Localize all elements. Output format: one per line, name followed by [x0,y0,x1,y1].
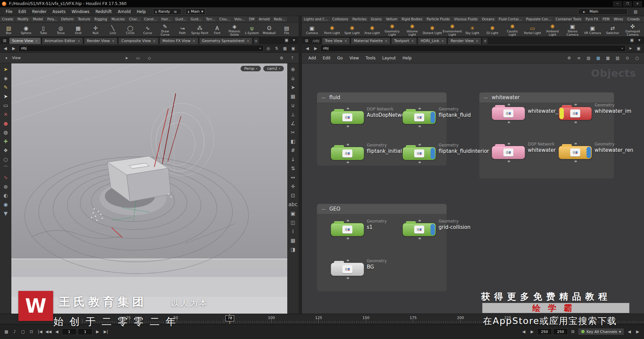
network-node[interactable]: DOP Network AutoDopNetwork [331,111,364,124]
pane-menu-icon[interactable]: ⊞ [1,37,8,44]
menu-item[interactable]: Render [29,8,49,15]
viewport-tool-icon[interactable]: ● [1,119,10,127]
shelf-tab[interactable]: Model [31,17,45,22]
menu-item[interactable]: Tools [363,55,379,61]
pane-tab[interactable]: Textport × [391,37,417,44]
shelf-tab[interactable]: Guid... [189,17,204,22]
pane-tab[interactable]: Render View × [448,37,481,44]
viewport-tool-icon[interactable]: ⌒ [1,164,10,173]
shelf-tab[interactable]: Terr... [204,17,217,22]
shelf-tab[interactable]: Grains [369,17,384,22]
close-icon[interactable]: × [411,39,414,43]
shelf-tool[interactable]: ✜ Gamepad Camera [623,23,643,36]
network-node[interactable]: DOP Network whitewater [492,146,525,159]
network-node[interactable]: whitewater_source [492,107,525,120]
network-box-titlebar[interactable]: — GEO [317,204,447,214]
network-node[interactable]: Geometry grid-collision [402,223,436,236]
node-left-flag[interactable] [493,108,497,119]
network-toolbar-icon[interactable]: ○ [633,55,641,61]
shelf-tool[interactable]: ✺ Distant Light [422,24,442,35]
shelf-tab[interactable]: Crowds [625,17,642,22]
viewport-tool-icon[interactable]: ◉ [1,200,10,209]
viewbar-icon[interactable]: ? [289,55,296,61]
menu-item[interactable]: Assets [49,8,68,15]
viewport-tool-icon[interactable]: ✎ [1,83,10,91]
playbar-option-icon[interactable]: ▢ [19,328,27,335]
play-button[interactable]: ▶ [94,328,101,335]
shelf-tab[interactable]: DM [247,17,257,22]
node-left-flag[interactable] [332,264,336,275]
menu-item[interactable]: Arnold [115,8,134,15]
path-field[interactable]: obj ▾ [18,45,264,52]
node-body[interactable] [558,107,592,120]
menu-item[interactable]: Edit [320,55,333,61]
node-body[interactable] [331,263,364,276]
close-icon[interactable]: × [385,39,387,43]
auto-key-icon[interactable]: ⊞ [569,328,577,335]
pane-control-icon[interactable]: ▾ [290,37,298,43]
range-arrow-icon[interactable]: ▶ [528,328,536,335]
viewport-tool-icon[interactable]: ∿ [1,173,10,182]
network-toolbar-icon[interactable]: ≡ [575,55,583,61]
network-toolbar-icon[interactable]: ▧ [614,55,621,61]
shelf-tool[interactable]: ▣ VR Camera [583,24,603,35]
shelf-tab[interactable]: Drive Simula... [642,17,644,22]
viewport-option-icon[interactable]: ▦ [289,92,297,100]
node-left-flag[interactable] [404,112,408,123]
node-display-flag[interactable] [587,108,591,119]
shelf-tool[interactable]: ✺ Volume Light [402,23,422,36]
menu-item[interactable]: Go [334,55,346,61]
viewport-option-icon[interactable]: ⊡ [289,191,297,200]
playbar-end-arrow[interactable]: ▶ [634,328,641,335]
shelf-tool[interactable]: ⁂ Spray Paint [191,24,208,35]
spinner-icon[interactable]: ▲▼ [155,10,157,13]
shelf-tab[interactable]: Volu... [232,17,247,22]
current-frame-field[interactable]: 1 [62,328,76,335]
projection-selector[interactable]: Persp ▾ [240,66,261,71]
nav-arrow-icon[interactable]: ▶ [312,45,319,52]
network-toolbar-icon[interactable]: ⊙ [624,55,631,61]
shelf-tool[interactable]: ✛ Null [87,24,104,35]
viewport-tool-icon[interactable]: ➤ [1,65,10,73]
network-toolbar-icon[interactable]: ⚙ [566,55,573,61]
node-display-flag[interactable] [431,224,435,235]
viewport-option-icon[interactable]: ↓ [289,155,297,163]
close-button[interactable]: ✕ [633,1,642,7]
shelf-tab[interactable]: Rigid Bodies [399,17,425,22]
node-display-flag[interactable] [359,148,363,159]
right-desktop-selector[interactable]: ▸ Main [578,8,628,15]
node-body[interactable] [492,107,525,120]
shelf-tool[interactable]: ◯ Circle [122,24,139,35]
network-box[interactable]: — GEO [317,204,447,291]
playbar-option-icon[interactable]: ♪ [11,328,18,335]
network-editor[interactable]: Objects — fluid — whitewater [302,63,644,314]
viewport-option-icon[interactable]: ⟂ [289,110,297,118]
network-node[interactable]: Geometry fliptank_initial [331,147,364,160]
viewport-tool-icon[interactable]: ◐ [1,191,10,200]
range-end-field[interactable]: 250 [537,328,552,335]
shelf-tool[interactable]: ▣ Stereo Camera [562,23,583,36]
node-display-flag[interactable] [359,264,363,275]
shelf-tab[interactable]: FEM [601,17,612,22]
viewport-option-icon[interactable]: i [289,227,297,236]
close-icon[interactable]: × [112,39,115,43]
pane-tab[interactable]: Tree View × [322,37,350,44]
spinner-icon[interactable]: ▲▼ [188,10,189,13]
shelf-tool[interactable]: ▤ File [278,24,295,35]
shelf-tab[interactable]: Vellum [384,17,399,22]
viewport-option-icon[interactable]: ✂ [289,128,297,136]
node-left-flag[interactable] [404,224,408,235]
viewport-tool-icon[interactable]: ○ [1,155,10,163]
menu-item[interactable]: Help [134,8,149,15]
viewbar-icon[interactable]: ⚙ [278,55,285,61]
shelf-tool[interactable]: ✎ Draw Curve [156,23,174,36]
viewport-option-icon[interactable]: ✛ [289,182,297,191]
shelf-tab[interactable]: Particle Fluids [425,17,452,22]
node-display-flag[interactable] [520,108,524,119]
shelf-tab[interactable]: Container Tools [553,17,584,22]
shelf-tool[interactable]: ψ L-System [243,24,261,35]
node-left-flag[interactable] [332,224,336,235]
chevron-down-icon[interactable]: ▾ [259,47,261,50]
node-left-flag[interactable] [332,112,336,123]
shelf-tab[interactable]: Rigging [93,17,110,22]
